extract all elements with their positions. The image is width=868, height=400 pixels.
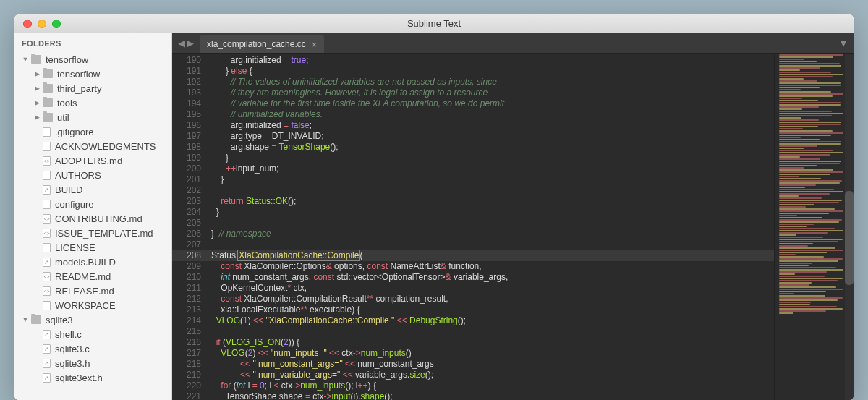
code-line[interactable] <box>208 218 774 229</box>
line-number[interactable]: 208 <box>172 250 208 261</box>
code-line[interactable]: arg.initialized = true; <box>208 55 774 66</box>
code-line[interactable]: } <box>208 153 774 163</box>
file-item[interactable]: /*sqlite3.h <box>19 356 167 370</box>
file-item[interactable]: /*shell.c <box>19 327 167 341</box>
tabbar[interactable]: ◀ ▶ xla_compilation_cache.cc × ▾ <box>172 33 854 54</box>
chevron-right-icon[interactable]: ▶ <box>33 85 41 92</box>
line-number[interactable]: 195 <box>172 109 208 120</box>
folder-item[interactable]: ▶util <box>19 110 167 124</box>
code-line[interactable]: if (VLOG_IS_ON(2)) { <box>208 337 774 348</box>
code-line[interactable]: int num_constant_args, const std::vector… <box>208 272 774 283</box>
line-number[interactable]: 209 <box>172 261 208 272</box>
file-item[interactable]: <>README.md <box>19 269 167 284</box>
file-item[interactable]: configure <box>19 197 167 211</box>
line-number[interactable]: 202 <box>172 185 208 196</box>
code-line[interactable]: OpKernelContext* ctx, <box>208 283 774 294</box>
file-item[interactable]: LICENSE <box>19 240 167 255</box>
chevron-down-icon[interactable]: ▼ <box>22 316 29 323</box>
code-line[interactable]: Status XlaCompilationCache::Compile( <box>208 250 774 261</box>
file-item[interactable]: AUTHORS <box>19 168 167 182</box>
chevron-right-icon[interactable]: ▶ <box>33 114 41 121</box>
line-number[interactable]: 219 <box>172 370 208 380</box>
nav-arrows[interactable]: ◀ ▶ <box>172 33 200 53</box>
code-line[interactable] <box>208 185 774 196</box>
line-number[interactable]: 212 <box>172 294 208 305</box>
file-item[interactable]: <>ADOPTERS.md <box>19 153 167 168</box>
code-line[interactable] <box>208 239 774 250</box>
file-item[interactable]: <>CONTRIBUTING.md <box>19 211 167 226</box>
code-line[interactable] <box>208 326 774 337</box>
file-item[interactable]: /*BUILD <box>19 182 167 197</box>
line-number[interactable]: 198 <box>172 142 208 153</box>
code-line[interactable]: TensorShape shape = ctx->input(i).shape(… <box>208 391 774 400</box>
file-item[interactable]: <>RELEASE.md <box>19 284 167 298</box>
code-line[interactable]: // they are meaningless. However, it is … <box>208 88 774 98</box>
nav-back-icon[interactable]: ◀ <box>178 38 185 48</box>
tab-active[interactable]: xla_compilation_cache.cc × <box>200 35 324 53</box>
code-line[interactable]: << " num_constant_args=" << num_constant… <box>208 359 774 370</box>
titlebar[interactable]: Sublime Text <box>14 14 854 33</box>
chevron-down-icon[interactable]: ▼ <box>22 56 29 63</box>
line-number[interactable]: 196 <box>172 120 208 131</box>
folder-item[interactable]: ▶tools <box>19 95 167 110</box>
line-number[interactable]: 191 <box>172 66 208 77</box>
code-line[interactable]: arg.type = DT_INVALID; <box>208 131 774 142</box>
folder-item[interactable]: ▼tensorflow <box>19 52 167 67</box>
line-number[interactable]: 214 <box>172 315 208 326</box>
code-view[interactable]: arg.initialized = true; } else { // The … <box>208 54 774 400</box>
code-line[interactable]: arg.shape = TensorShape(); <box>208 142 774 153</box>
chevron-right-icon[interactable]: ▶ <box>33 99 41 106</box>
code-line[interactable]: VLOG(2) << "num_inputs=" << ctx->num_inp… <box>208 348 774 359</box>
close-icon[interactable]: × <box>312 39 318 50</box>
line-number[interactable]: 205 <box>172 218 208 229</box>
file-item[interactable]: <>ISSUE_TEMPLATE.md <box>19 226 167 240</box>
gutter[interactable]: 1901911921931941951961971981992002012022… <box>172 54 208 400</box>
code-line[interactable]: const XlaCompiler::CompilationResult** c… <box>208 294 774 305</box>
line-number[interactable]: 217 <box>172 348 208 359</box>
scrollbar-thumb[interactable] <box>845 191 854 285</box>
line-number[interactable]: 192 <box>172 77 208 88</box>
line-number[interactable]: 215 <box>172 326 208 337</box>
line-number[interactable]: 210 <box>172 272 208 283</box>
line-number[interactable]: 220 <box>172 380 208 391</box>
line-number[interactable]: 216 <box>172 337 208 348</box>
code-line[interactable]: return Status::OK(); <box>208 196 774 207</box>
sidebar[interactable]: FOLDERS ▼tensorflow▶tensorflow▶third_par… <box>14 33 172 400</box>
folder-item[interactable]: ▶third_party <box>19 81 167 95</box>
folder-item[interactable]: ▶tensorflow <box>19 67 167 81</box>
line-number[interactable]: 207 <box>172 239 208 250</box>
code-line[interactable]: // uninitialized variables. <box>208 109 774 120</box>
line-number[interactable]: 190 <box>172 55 208 66</box>
line-number[interactable]: 206 <box>172 229 208 239</box>
line-number[interactable]: 221 <box>172 391 208 400</box>
line-number[interactable]: 203 <box>172 196 208 207</box>
line-number[interactable]: 193 <box>172 88 208 98</box>
code-line[interactable]: arg.initialized = false; <box>208 120 774 131</box>
tab-overflow[interactable]: ▾ <box>833 33 854 53</box>
folder-item[interactable]: ▼sqlite3 <box>19 312 167 327</box>
code-line[interactable]: } // namespace <box>208 229 774 239</box>
code-line[interactable]: } <box>208 174 774 185</box>
line-number[interactable]: 218 <box>172 359 208 370</box>
chevron-right-icon[interactable]: ▶ <box>33 70 41 77</box>
line-number[interactable]: 211 <box>172 283 208 294</box>
code-line[interactable]: VLOG(1) << "XlaCompilationCache::Compile… <box>208 315 774 326</box>
code-line[interactable]: // The values of uninitialized variables… <box>208 77 774 88</box>
file-item[interactable]: ACKNOWLEDGMENTS <box>19 139 167 153</box>
code-line[interactable]: } else { <box>208 66 774 77</box>
line-number[interactable]: 201 <box>172 174 208 185</box>
line-number[interactable]: 213 <box>172 305 208 315</box>
code-line[interactable]: << " num_variable_args=" << variable_arg… <box>208 370 774 380</box>
line-number[interactable]: 194 <box>172 98 208 109</box>
file-item[interactable]: .gitignore <box>19 124 167 139</box>
scrollbar-track[interactable] <box>845 54 854 400</box>
code-line[interactable]: xla::LocalExecutable** executable) { <box>208 305 774 315</box>
code-line[interactable]: const XlaCompiler::Options& options, con… <box>208 261 774 272</box>
nav-forward-icon[interactable]: ▶ <box>187 38 194 48</box>
code-line[interactable]: // variable for the first time inside th… <box>208 98 774 109</box>
file-item[interactable]: /*sqlite3.c <box>19 341 167 356</box>
file-item[interactable]: /*models.BUILD <box>19 255 167 269</box>
line-number[interactable]: 199 <box>172 153 208 163</box>
minimap[interactable] <box>774 54 854 400</box>
code-line[interactable]: ++input_num; <box>208 163 774 174</box>
